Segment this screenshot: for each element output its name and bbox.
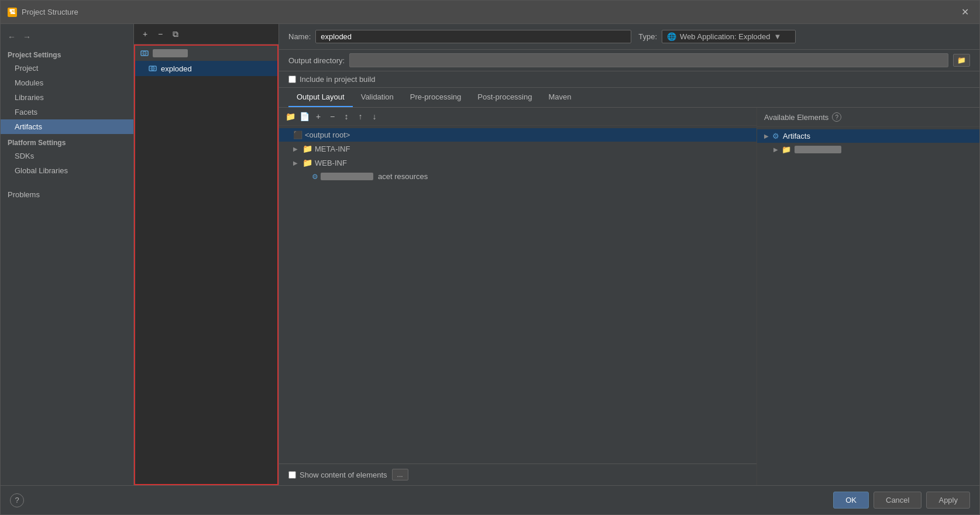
project-structure-dialog: 🏗 Project Structure ✕ ← → Project Settin… [0,0,980,515]
available-item-artifacts[interactable]: ▶ ⚙ Artifacts [757,129,979,143]
facet-icon: ⚙ [312,173,318,181]
sidebar-item-sdks[interactable]: SDKs [1,149,133,163]
output-root-label: <output root> [305,131,350,139]
sidebar-item-problems[interactable]: Problems [1,187,133,202]
output-tree: 📁 📄 + − ↕ ↑ ↓ ⬛ <output root> [279,108,757,485]
tab-maven[interactable]: Maven [540,88,579,107]
tree-item-meta-inf[interactable]: ▶ 📁 META-INF [279,142,757,156]
nav-back-button[interactable]: ← [5,31,18,43]
create-dir-button[interactable]: 📁 [284,110,297,123]
app-icon: 🏗 [8,8,17,17]
include-label: Include in project build [300,75,375,84]
dialog-title: Project Structure [22,8,78,16]
ok-button[interactable]: OK [833,492,869,509]
remove-element-button[interactable]: − [326,110,339,123]
tabs-row: Output Layout Validation Pre-processing … [279,88,979,108]
artifact-panel: + − ⧉ [134,24,279,485]
copy-artifact-button[interactable]: ⧉ [169,28,182,40]
available-header: Available Elements ? [757,108,979,127]
nav-back-row: ← → [1,29,133,45]
ellipsis-button[interactable]: ... [392,469,408,480]
artifact-list: exploded [134,44,278,485]
nav-forward-button[interactable]: → [20,31,33,43]
tab-pre-processing[interactable]: Pre-processing [402,88,469,107]
name-row: Name: [288,30,631,43]
type-label: Type: [638,32,657,41]
type-select-value: Web Application: Exploded [680,32,770,41]
tab-validation[interactable]: Validation [353,88,402,107]
cancel-button[interactable]: Cancel [874,492,921,509]
meta-inf-expand: ▶ [293,146,300,152]
artifact-parent-label [153,49,188,57]
web-inf-expand: ▶ [293,160,300,166]
web-inf-label: WEB-INF [315,159,347,167]
artifact-parent-item[interactable] [135,46,277,61]
output-dir-row: Output directory: 📁 [279,50,979,71]
include-row: Include in project build [279,71,979,88]
output-root-icon: ⬛ [293,131,302,139]
show-content-checkbox[interactable] [288,471,296,479]
artifact-exploded-item[interactable]: exploded [135,61,277,76]
show-content-check: Show content of elements [288,471,387,479]
add-element-button[interactable]: + [312,110,325,123]
type-select[interactable]: 🌐 Web Application: Exploded ▼ [662,30,796,43]
add-artifact-button[interactable]: + [139,28,152,40]
main-content: ← → Project Settings Project Modules Lib… [1,24,979,485]
title-bar-left: 🏗 Project Structure [8,8,78,17]
show-content-label: Show content of elements [300,471,387,479]
output-dir-browse-button[interactable]: 📁 [953,54,970,67]
available-panel: Available Elements ? ▶ ⚙ Artifacts ▶ [757,108,979,485]
footer-left: ? [10,493,24,507]
sidebar-item-artifacts[interactable]: Artifacts [1,119,133,134]
title-bar: 🏗 Project Structure ✕ [1,1,979,24]
sidebar-item-global-libraries[interactable]: Global Libraries [1,163,133,178]
artifact-exploded-icon [148,64,157,73]
artifact-exploded-label: exploded [161,64,192,73]
available-header-label: Available Elements [764,113,828,122]
output-dir-label: Output directory: [288,56,345,65]
bottom-row: Show content of elements ... [279,464,757,485]
tree-item-output-root[interactable]: ⬛ <output root> [279,128,757,142]
sidebar-item-facets[interactable]: Facets [1,105,133,119]
type-select-arrow-icon: ▼ [774,32,782,41]
available-info-icon[interactable]: ? [832,112,841,122]
facet-blurred-label [321,173,373,180]
close-button[interactable]: ✕ [958,5,972,19]
avail-artifacts-expand: ▶ [764,133,769,139]
meta-inf-label: META-INF [315,145,350,153]
tab-output-layout[interactable]: Output Layout [288,88,353,107]
type-row: Type: 🌐 Web Application: Exploded ▼ [638,30,796,43]
platform-settings-header: Platform Settings [1,134,133,149]
move-down-button[interactable]: ↓ [368,110,381,123]
include-checkbox[interactable] [288,75,296,83]
sort-button[interactable]: ↕ [340,110,353,123]
project-settings-header: Project Settings [1,47,133,61]
available-item-blurred[interactable]: ▶ 📁 [757,143,979,156]
avail-sub-blurred-label [795,146,841,153]
create-file-button[interactable]: 📄 [298,110,311,123]
avail-artifacts-icon: ⚙ [772,132,779,140]
tree-item-web-inf[interactable]: ▶ 📁 WEB-INF [279,156,757,170]
tree-item-facet-resources[interactable]: ⚙ acet resources [279,170,757,183]
move-up-button[interactable]: ↑ [354,110,367,123]
sidebar-item-libraries[interactable]: Libraries [1,90,133,105]
artifact-toolbar: + − ⧉ [134,24,278,44]
name-label: Name: [288,32,311,41]
apply-button[interactable]: Apply [926,492,970,509]
avail-sub-expand: ▶ [773,146,778,153]
properties-header: Name: Type: 🌐 Web Application: Exploded … [279,24,979,50]
type-select-icon: 🌐 [667,32,676,41]
tree-content: ⬛ <output root> ▶ 📁 META-INF ▶ 📁 [279,126,757,464]
output-tree-toolbar: 📁 📄 + − ↕ ↑ ↓ [279,108,757,126]
avail-artifacts-label: Artifacts [783,132,810,140]
remove-artifact-button[interactable]: − [154,28,167,40]
sidebar-item-project[interactable]: Project [1,61,133,75]
sidebar-item-modules[interactable]: Modules [1,75,133,90]
tab-post-processing[interactable]: Post-processing [469,88,540,107]
available-content: ▶ ⚙ Artifacts ▶ 📁 [757,127,979,485]
artifact-web-icon [140,49,149,58]
name-input[interactable] [315,30,631,43]
help-button[interactable]: ? [10,493,24,507]
avail-sub-folder-icon: 📁 [782,145,791,154]
output-dir-value [349,53,948,67]
